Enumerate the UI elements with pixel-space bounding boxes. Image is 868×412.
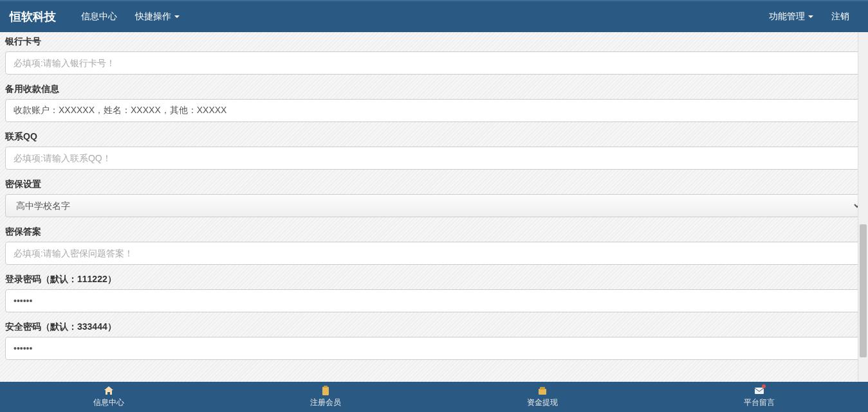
label-safe-password: 安全密码（默认：333444） [5, 321, 863, 333]
input-backup-pay[interactable] [5, 99, 863, 122]
field-security-question: 密保设置 高中学校名字 [5, 179, 863, 217]
field-qq: 联系QQ [5, 131, 863, 170]
notification-badge [762, 384, 766, 388]
nav-function-mgmt[interactable]: 功能管理 [760, 1, 822, 32]
scrollbar-thumb[interactable] [860, 224, 867, 357]
bottom-withdraw[interactable]: 资金提现 [434, 382, 651, 412]
top-navbar: 恒软科技 信息中心 快捷操作 功能管理 注销 [0, 0, 868, 32]
bottom-item-label: 资金提现 [527, 397, 558, 408]
brand-title[interactable]: 恒软科技 [10, 9, 72, 24]
svg-rect-3 [540, 387, 545, 390]
nav-item-label: 信息中心 [81, 11, 117, 22]
svg-rect-4 [755, 388, 764, 394]
nav-item-label: 快捷操作 [135, 11, 171, 22]
nav-info-center[interactable]: 信息中心 [72, 1, 126, 32]
field-security-answer: 密保答案 [5, 226, 863, 265]
input-qq[interactable] [5, 147, 863, 170]
field-backup-pay: 备用收款信息 [5, 84, 863, 122]
clipboard-icon [320, 386, 331, 396]
chevron-down-icon [808, 15, 813, 18]
bottom-item-label: 平台留言 [744, 397, 775, 408]
form-content: 银行卡号 备用收款信息 联系QQ 密保设置 高中学校名字 密保答案 登录密码（默… [0, 32, 868, 382]
label-backup-pay: 备用收款信息 [5, 84, 863, 95]
label-security-answer: 密保答案 [5, 226, 863, 238]
bottom-navbar: 信息中心 注册会员 资金提现 平台留言 [0, 382, 868, 412]
wallet-icon [537, 386, 548, 396]
label-bank-card: 银行卡号 [5, 36, 863, 48]
bottom-register-member[interactable]: 注册会员 [217, 382, 434, 412]
input-safe-password[interactable] [5, 337, 863, 360]
bottom-item-label: 注册会员 [310, 397, 341, 408]
label-qq: 联系QQ [5, 131, 863, 143]
label-security-question: 密保设置 [5, 179, 863, 190]
input-bank-card[interactable] [5, 51, 863, 75]
home-icon [104, 386, 114, 396]
input-security-answer[interactable] [5, 242, 863, 265]
scrollbar-track[interactable] [858, 32, 868, 382]
nav-logout[interactable]: 注销 [822, 1, 858, 32]
nav-item-label: 注销 [831, 11, 849, 22]
nav-right: 功能管理 注销 [760, 1, 858, 32]
field-safe-password: 安全密码（默认：333444） [5, 321, 863, 360]
select-security-question[interactable]: 高中学校名字 [5, 194, 863, 217]
svg-rect-2 [539, 389, 546, 395]
nav-quick-ops[interactable]: 快捷操作 [126, 1, 189, 32]
svg-rect-1 [324, 386, 328, 388]
field-login-password: 登录密码（默认：111222） [5, 274, 863, 312]
svg-rect-0 [322, 387, 329, 395]
field-bank-card: 银行卡号 [5, 36, 863, 75]
nav-item-label: 功能管理 [769, 11, 805, 22]
bottom-message[interactable]: 平台留言 [651, 382, 868, 412]
input-login-password[interactable] [5, 289, 863, 312]
nav-left: 信息中心 快捷操作 [72, 1, 189, 32]
chevron-down-icon [174, 15, 180, 18]
bottom-info-center[interactable]: 信息中心 [0, 382, 217, 412]
bottom-item-label: 信息中心 [93, 397, 124, 408]
label-login-password: 登录密码（默认：111222） [5, 274, 863, 285]
